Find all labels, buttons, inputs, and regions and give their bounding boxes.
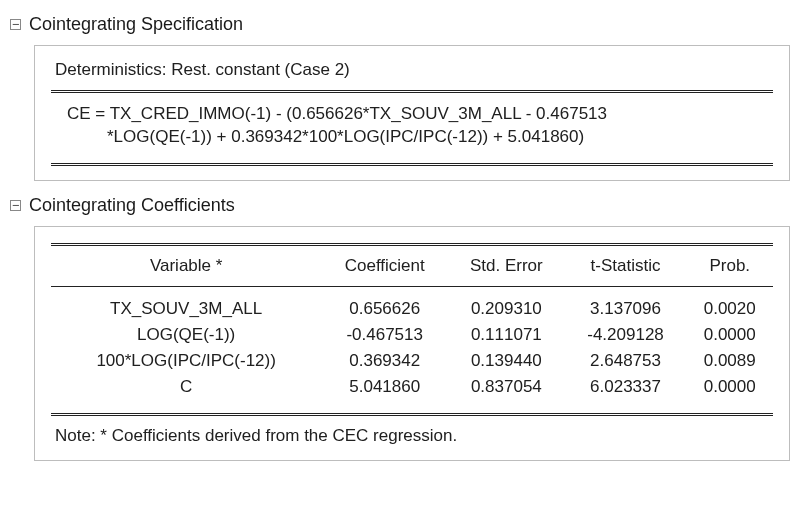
cell-tstat: 6.023337: [565, 374, 687, 409]
spec-toggle-icon[interactable]: −: [10, 19, 21, 30]
cell-prob: 0.0020: [686, 287, 773, 322]
coef-panel: Variable * Coefficient Std. Error t-Stat…: [34, 226, 790, 461]
table-body: TX_SOUV_3M_ALL 0.656626 0.209310 3.13709…: [51, 287, 773, 409]
cell-tstat: -4.209128: [565, 322, 687, 348]
col-coefficient: Coefficient: [321, 246, 448, 286]
col-prob: Prob.: [686, 246, 773, 286]
spec-section-title: Cointegrating Specification: [29, 14, 243, 35]
col-variable: Variable *: [51, 246, 321, 286]
coefficients-note: Note: * Coefficients derived from the CE…: [51, 416, 773, 446]
cell-coefficient: 0.369342: [321, 348, 448, 374]
col-tstat: t-Statistic: [565, 246, 687, 286]
cell-variable: 100*LOG(IPC/IPC(-12)): [51, 348, 321, 374]
table-row: LOG(QE(-1)) -0.467513 0.111071 -4.209128…: [51, 322, 773, 348]
coef-section-header: − Cointegrating Coefficients: [10, 195, 790, 216]
equation-line-2: *LOG(QE(-1)) + 0.369342*100*LOG(IPC/IPC(…: [67, 126, 769, 149]
cell-prob: 0.0000: [686, 322, 773, 348]
equation-line-1: CE = TX_CRED_IMMO(-1) - (0.656626*TX_SOU…: [67, 104, 607, 123]
rule: [51, 163, 773, 166]
cell-tstat: 2.648753: [565, 348, 687, 374]
table-row: TX_SOUV_3M_ALL 0.656626 0.209310 3.13709…: [51, 287, 773, 322]
table-row: 100*LOG(IPC/IPC(-12)) 0.369342 0.139440 …: [51, 348, 773, 374]
table-header-row: Variable * Coefficient Std. Error t-Stat…: [51, 246, 773, 286]
coef-section-title: Cointegrating Coefficients: [29, 195, 235, 216]
cell-variable: LOG(QE(-1)): [51, 322, 321, 348]
spec-panel: Deterministics: Rest. constant (Case 2) …: [34, 45, 790, 181]
cell-coefficient: -0.467513: [321, 322, 448, 348]
cell-stderr: 0.111071: [448, 322, 564, 348]
coef-toggle-icon[interactable]: −: [10, 200, 21, 211]
coefficients-table: Variable * Coefficient Std. Error t-Stat…: [51, 246, 773, 409]
cell-stderr: 0.209310: [448, 287, 564, 322]
cell-variable: C: [51, 374, 321, 409]
cell-prob: 0.0089: [686, 348, 773, 374]
cell-coefficient: 5.041860: [321, 374, 448, 409]
spec-section-header: − Cointegrating Specification: [10, 14, 790, 35]
cell-stderr: 0.837054: [448, 374, 564, 409]
table-row: C 5.041860 0.837054 6.023337 0.0000: [51, 374, 773, 409]
cell-coefficient: 0.656626: [321, 287, 448, 322]
cell-tstat: 3.137096: [565, 287, 687, 322]
deterministics-text: Deterministics: Rest. constant (Case 2): [51, 58, 773, 86]
col-stderr: Std. Error: [448, 246, 564, 286]
cointegration-equation: CE = TX_CRED_IMMO(-1) - (0.656626*TX_SOU…: [51, 93, 773, 159]
cell-variable: TX_SOUV_3M_ALL: [51, 287, 321, 322]
cell-stderr: 0.139440: [448, 348, 564, 374]
cell-prob: 0.0000: [686, 374, 773, 409]
